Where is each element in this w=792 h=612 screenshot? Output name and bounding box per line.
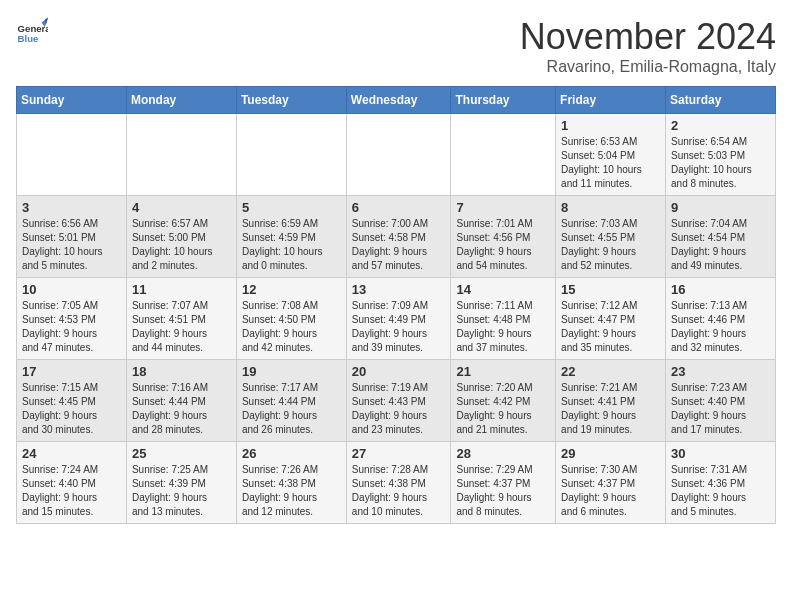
calendar-cell: 18Sunrise: 7:16 AM Sunset: 4:44 PM Dayli… [126,360,236,442]
calendar-cell: 22Sunrise: 7:21 AM Sunset: 4:41 PM Dayli… [556,360,666,442]
calendar-cell: 10Sunrise: 7:05 AM Sunset: 4:53 PM Dayli… [17,278,127,360]
day-info: Sunrise: 6:53 AM Sunset: 5:04 PM Dayligh… [561,135,660,191]
calendar-week-row: 3Sunrise: 6:56 AM Sunset: 5:01 PM Daylig… [17,196,776,278]
calendar-cell: 19Sunrise: 7:17 AM Sunset: 4:44 PM Dayli… [236,360,346,442]
day-number: 4 [132,200,231,215]
day-number: 8 [561,200,660,215]
calendar-cell [346,114,451,196]
calendar-cell: 25Sunrise: 7:25 AM Sunset: 4:39 PM Dayli… [126,442,236,524]
day-number: 11 [132,282,231,297]
day-info: Sunrise: 7:04 AM Sunset: 4:54 PM Dayligh… [671,217,770,273]
day-info: Sunrise: 7:26 AM Sunset: 4:38 PM Dayligh… [242,463,341,519]
calendar-cell: 2Sunrise: 6:54 AM Sunset: 5:03 PM Daylig… [666,114,776,196]
logo-icon: General Blue [16,16,48,48]
day-info: Sunrise: 6:57 AM Sunset: 5:00 PM Dayligh… [132,217,231,273]
calendar-cell [17,114,127,196]
svg-text:Blue: Blue [18,33,39,44]
calendar-cell: 20Sunrise: 7:19 AM Sunset: 4:43 PM Dayli… [346,360,451,442]
day-info: Sunrise: 7:03 AM Sunset: 4:55 PM Dayligh… [561,217,660,273]
day-number: 6 [352,200,446,215]
day-number: 28 [456,446,550,461]
day-number: 13 [352,282,446,297]
weekday-header-saturday: Saturday [666,87,776,114]
day-info: Sunrise: 7:21 AM Sunset: 4:41 PM Dayligh… [561,381,660,437]
month-title: November 2024 [520,16,776,58]
day-info: Sunrise: 7:07 AM Sunset: 4:51 PM Dayligh… [132,299,231,355]
day-number: 19 [242,364,341,379]
calendar-cell: 6Sunrise: 7:00 AM Sunset: 4:58 PM Daylig… [346,196,451,278]
calendar-cell: 7Sunrise: 7:01 AM Sunset: 4:56 PM Daylig… [451,196,556,278]
day-number: 12 [242,282,341,297]
weekday-header-wednesday: Wednesday [346,87,451,114]
day-number: 7 [456,200,550,215]
logo: General Blue [16,16,48,48]
day-number: 14 [456,282,550,297]
day-number: 30 [671,446,770,461]
day-number: 5 [242,200,341,215]
calendar-table: SundayMondayTuesdayWednesdayThursdayFrid… [16,86,776,524]
weekday-header-friday: Friday [556,87,666,114]
day-info: Sunrise: 7:09 AM Sunset: 4:49 PM Dayligh… [352,299,446,355]
day-number: 20 [352,364,446,379]
day-info: Sunrise: 7:24 AM Sunset: 4:40 PM Dayligh… [22,463,121,519]
calendar-week-row: 1Sunrise: 6:53 AM Sunset: 5:04 PM Daylig… [17,114,776,196]
day-number: 10 [22,282,121,297]
day-number: 9 [671,200,770,215]
calendar-cell: 12Sunrise: 7:08 AM Sunset: 4:50 PM Dayli… [236,278,346,360]
day-number: 1 [561,118,660,133]
day-number: 15 [561,282,660,297]
day-number: 18 [132,364,231,379]
day-info: Sunrise: 7:25 AM Sunset: 4:39 PM Dayligh… [132,463,231,519]
weekday-header-thursday: Thursday [451,87,556,114]
calendar-cell: 16Sunrise: 7:13 AM Sunset: 4:46 PM Dayli… [666,278,776,360]
calendar-cell: 23Sunrise: 7:23 AM Sunset: 4:40 PM Dayli… [666,360,776,442]
weekday-header-monday: Monday [126,87,236,114]
day-number: 29 [561,446,660,461]
day-number: 24 [22,446,121,461]
calendar-cell [451,114,556,196]
day-info: Sunrise: 7:19 AM Sunset: 4:43 PM Dayligh… [352,381,446,437]
calendar-cell: 27Sunrise: 7:28 AM Sunset: 4:38 PM Dayli… [346,442,451,524]
day-number: 2 [671,118,770,133]
day-number: 16 [671,282,770,297]
calendar-cell: 15Sunrise: 7:12 AM Sunset: 4:47 PM Dayli… [556,278,666,360]
calendar-week-row: 10Sunrise: 7:05 AM Sunset: 4:53 PM Dayli… [17,278,776,360]
day-info: Sunrise: 7:16 AM Sunset: 4:44 PM Dayligh… [132,381,231,437]
day-info: Sunrise: 6:54 AM Sunset: 5:03 PM Dayligh… [671,135,770,191]
calendar-cell: 9Sunrise: 7:04 AM Sunset: 4:54 PM Daylig… [666,196,776,278]
day-info: Sunrise: 7:30 AM Sunset: 4:37 PM Dayligh… [561,463,660,519]
calendar-cell: 5Sunrise: 6:59 AM Sunset: 4:59 PM Daylig… [236,196,346,278]
day-number: 23 [671,364,770,379]
day-number: 17 [22,364,121,379]
day-number: 27 [352,446,446,461]
day-info: Sunrise: 7:11 AM Sunset: 4:48 PM Dayligh… [456,299,550,355]
calendar-week-row: 17Sunrise: 7:15 AM Sunset: 4:45 PM Dayli… [17,360,776,442]
day-info: Sunrise: 7:15 AM Sunset: 4:45 PM Dayligh… [22,381,121,437]
calendar-cell: 3Sunrise: 6:56 AM Sunset: 5:01 PM Daylig… [17,196,127,278]
day-number: 22 [561,364,660,379]
day-info: Sunrise: 7:05 AM Sunset: 4:53 PM Dayligh… [22,299,121,355]
calendar-cell: 1Sunrise: 6:53 AM Sunset: 5:04 PM Daylig… [556,114,666,196]
day-info: Sunrise: 6:56 AM Sunset: 5:01 PM Dayligh… [22,217,121,273]
day-info: Sunrise: 7:17 AM Sunset: 4:44 PM Dayligh… [242,381,341,437]
day-info: Sunrise: 7:01 AM Sunset: 4:56 PM Dayligh… [456,217,550,273]
calendar-cell [236,114,346,196]
calendar-cell: 26Sunrise: 7:26 AM Sunset: 4:38 PM Dayli… [236,442,346,524]
day-info: Sunrise: 7:08 AM Sunset: 4:50 PM Dayligh… [242,299,341,355]
calendar-cell: 24Sunrise: 7:24 AM Sunset: 4:40 PM Dayli… [17,442,127,524]
calendar-cell: 13Sunrise: 7:09 AM Sunset: 4:49 PM Dayli… [346,278,451,360]
calendar-cell: 14Sunrise: 7:11 AM Sunset: 4:48 PM Dayli… [451,278,556,360]
day-info: Sunrise: 7:28 AM Sunset: 4:38 PM Dayligh… [352,463,446,519]
location-subtitle: Ravarino, Emilia-Romagna, Italy [520,58,776,76]
day-number: 3 [22,200,121,215]
day-info: Sunrise: 7:00 AM Sunset: 4:58 PM Dayligh… [352,217,446,273]
calendar-cell: 8Sunrise: 7:03 AM Sunset: 4:55 PM Daylig… [556,196,666,278]
weekday-header-row: SundayMondayTuesdayWednesdayThursdayFrid… [17,87,776,114]
calendar-cell: 28Sunrise: 7:29 AM Sunset: 4:37 PM Dayli… [451,442,556,524]
day-info: Sunrise: 7:31 AM Sunset: 4:36 PM Dayligh… [671,463,770,519]
calendar-cell: 30Sunrise: 7:31 AM Sunset: 4:36 PM Dayli… [666,442,776,524]
weekday-header-sunday: Sunday [17,87,127,114]
calendar-cell: 11Sunrise: 7:07 AM Sunset: 4:51 PM Dayli… [126,278,236,360]
day-number: 21 [456,364,550,379]
day-info: Sunrise: 7:13 AM Sunset: 4:46 PM Dayligh… [671,299,770,355]
